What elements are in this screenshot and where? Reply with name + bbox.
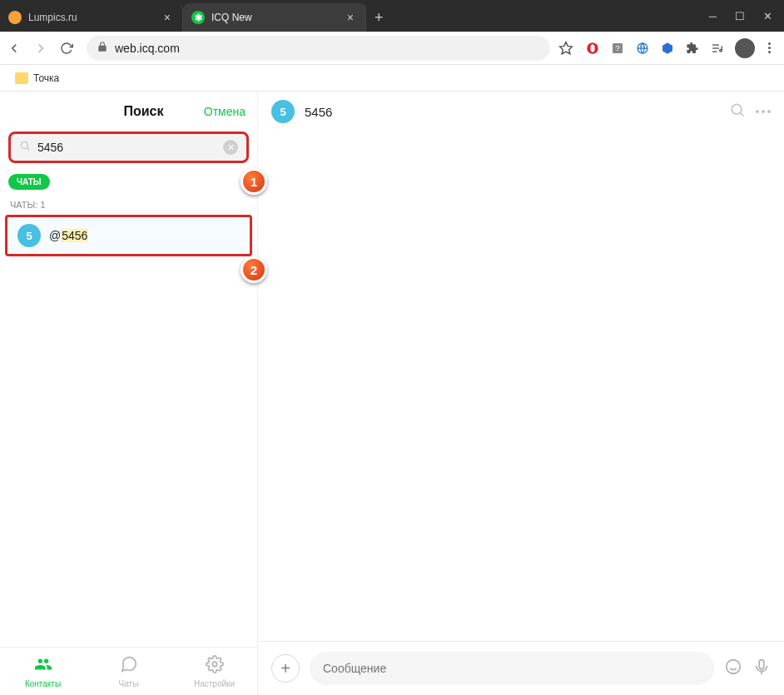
result-avatar: 5 — [17, 224, 41, 247]
browser-toolbar: web.icq.com ? — [0, 32, 784, 65]
search-input[interactable] — [37, 141, 216, 154]
emoji-icon[interactable] — [724, 658, 742, 679]
cube-icon[interactable] — [660, 41, 675, 56]
close-icon[interactable]: × — [161, 11, 174, 24]
forward-button[interactable] — [33, 41, 52, 56]
result-highlight: 5456 — [61, 229, 88, 242]
browser-tab-lumpics[interactable]: Lumpics.ru × — [0, 3, 183, 32]
svg-point-11 — [21, 141, 27, 148]
lock-icon — [97, 41, 108, 56]
result-prefix: @ — [49, 229, 61, 242]
extension-icons: ? — [585, 38, 777, 58]
minimize-button[interactable]: ─ — [709, 10, 717, 22]
star-icon[interactable] — [558, 41, 577, 56]
app-content: Поиск Отмена ✕ ЧАТЫ ЧАТЫ: 1 5 @5456 1 2 — [0, 92, 784, 695]
gear-icon — [206, 655, 224, 678]
tab-title: ICQ New — [211, 12, 344, 23]
svg-line-15 — [741, 113, 744, 117]
search-in-chat-icon[interactable] — [729, 102, 746, 122]
svg-point-16 — [727, 660, 741, 674]
nav-label: Чаты — [119, 679, 139, 688]
window-controls: ─ ☐ ✕ — [704, 0, 784, 32]
chat-menu-button[interactable] — [756, 110, 771, 113]
search-header: Поиск Отмена — [0, 92, 257, 132]
address-bar[interactable]: web.icq.com — [87, 36, 550, 61]
annotation-1: 1 — [241, 168, 267, 195]
url-text: web.icq.com — [115, 42, 180, 55]
search-icon — [19, 140, 31, 155]
help-icon[interactable]: ? — [610, 41, 625, 56]
browser-tab-icq[interactable]: ✱ ICQ New × — [183, 3, 366, 32]
tab-title: Lumpics.ru — [28, 12, 161, 23]
chat-header: 5 5456 — [258, 92, 784, 132]
section-label: ЧАТЫ: 1 — [0, 195, 257, 215]
reload-button[interactable] — [60, 42, 78, 55]
browser-menu-button[interactable] — [765, 42, 774, 53]
globe-icon[interactable] — [635, 41, 650, 56]
clear-icon[interactable]: ✕ — [223, 140, 238, 155]
close-button[interactable]: ✕ — [763, 10, 772, 22]
result-text: @5456 — [49, 229, 88, 242]
chip-chats[interactable]: ЧАТЫ — [8, 174, 50, 190]
nav-settings[interactable]: Настройки — [171, 648, 257, 695]
chat-body — [258, 132, 784, 641]
nav-contacts[interactable]: Контакты — [0, 648, 86, 695]
favicon-lumpics — [8, 11, 22, 24]
bookmark-label: Точка — [33, 72, 59, 84]
message-composer: + — [258, 641, 784, 695]
puzzle-icon[interactable] — [685, 41, 700, 56]
svg-text:?: ? — [615, 44, 619, 52]
bookmarks-bar: Точка — [0, 65, 784, 92]
playlist-icon[interactable] — [710, 41, 725, 56]
svg-point-14 — [732, 104, 742, 114]
svg-point-13 — [212, 662, 217, 667]
message-input[interactable] — [310, 652, 714, 685]
annotation-2: 2 — [241, 256, 267, 283]
profile-avatar[interactable] — [735, 38, 755, 58]
svg-marker-0 — [560, 42, 573, 53]
nav-label: Настройки — [194, 679, 235, 688]
opera-icon[interactable] — [585, 41, 600, 56]
search-box-wrap: ✕ — [0, 132, 257, 163]
search-result-item[interactable]: 5 @5456 — [5, 215, 252, 256]
nav-label: Контакты — [25, 679, 61, 688]
sidebar-bottom-nav: Контакты Чаты Настройки — [0, 647, 257, 695]
chats-icon — [120, 655, 138, 678]
close-icon[interactable]: × — [344, 11, 357, 24]
chat-panel: 5 5456 + — [258, 92, 784, 695]
svg-point-2 — [590, 44, 594, 52]
search-title: Поиск — [123, 104, 163, 119]
folder-icon — [15, 72, 28, 84]
maximize-button[interactable]: ☐ — [735, 10, 745, 22]
window-titlebar: Lumpics.ru × ✱ ICQ New × + ─ ☐ ✕ — [0, 0, 784, 32]
search-box[interactable]: ✕ — [8, 132, 249, 163]
chat-title: 5456 — [305, 105, 719, 119]
back-button[interactable] — [7, 41, 25, 56]
cancel-button[interactable]: Отмена — [204, 105, 246, 118]
filter-chips: ЧАТЫ — [0, 163, 257, 195]
favicon-icq: ✱ — [191, 11, 205, 24]
tabs-row: Lumpics.ru × ✱ ICQ New × + — [0, 3, 704, 32]
new-tab-button[interactable]: + — [366, 9, 392, 27]
chat-avatar[interactable]: 5 — [271, 100, 295, 123]
nav-chats[interactable]: Чаты — [86, 648, 171, 695]
sidebar: Поиск Отмена ✕ ЧАТЫ ЧАТЫ: 1 5 @5456 1 2 — [0, 92, 258, 695]
attach-button[interactable]: + — [271, 654, 300, 683]
contacts-icon — [34, 655, 52, 678]
svg-line-12 — [27, 148, 30, 151]
bookmark-item[interactable]: Точка — [10, 69, 64, 87]
voice-icon[interactable] — [752, 658, 771, 679]
svg-rect-19 — [759, 660, 764, 669]
